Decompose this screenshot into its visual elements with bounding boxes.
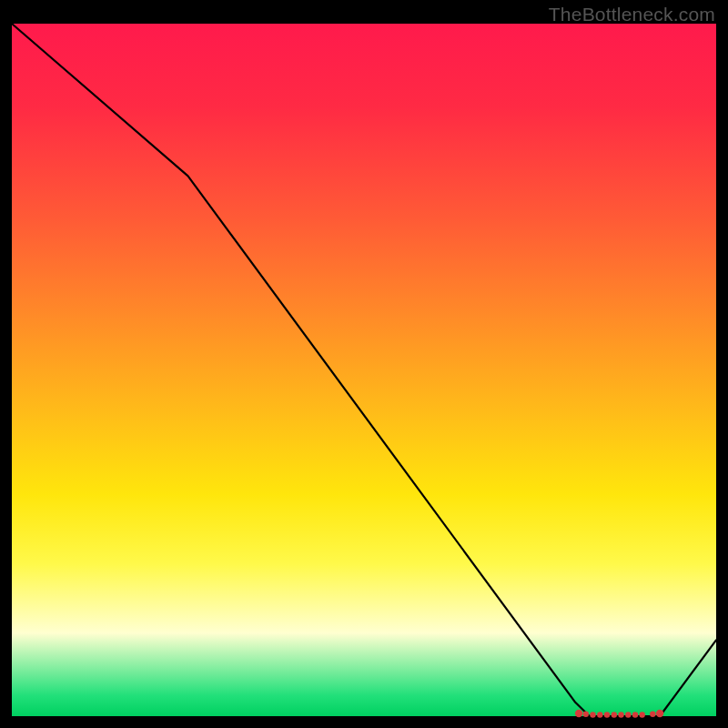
watermark-text: TheBottleneck.com (549, 4, 715, 25)
chart-canvas: TheBottleneck.com (0, 0, 728, 728)
plot-area (12, 24, 716, 716)
